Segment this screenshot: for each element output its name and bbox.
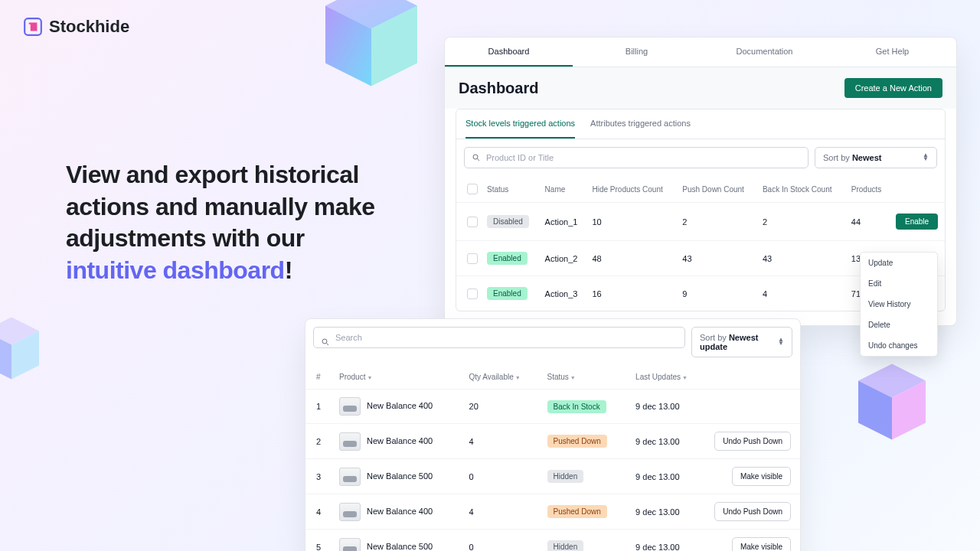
caret-down-icon: ▼ xyxy=(570,375,576,380)
product-thumb xyxy=(339,503,361,521)
cell-updated: 9 dec 13.00 xyxy=(629,424,708,459)
cell-index: 2 xyxy=(305,424,333,459)
sort-icon: ▲▼ xyxy=(923,154,929,161)
row-checkbox[interactable] xyxy=(467,253,478,264)
svg-line-13 xyxy=(327,344,329,346)
create-action-button[interactable]: Create a New Action xyxy=(844,78,942,98)
status-badge: Pushed Down xyxy=(547,435,607,448)
tab-billing[interactable]: Billing xyxy=(573,37,701,67)
tab-dashboard[interactable]: Dashboard xyxy=(445,37,573,67)
status-badge: Enabled xyxy=(487,287,528,300)
cell-updated: 9 dec 13.00 xyxy=(629,494,708,530)
caret-down-icon: ▼ xyxy=(682,375,688,380)
product-thumb xyxy=(339,538,361,552)
cube-decoration-top xyxy=(314,0,429,92)
col-back: Back In Stock Count xyxy=(758,176,847,203)
status-badge: Hidden xyxy=(547,470,584,483)
row-action-button[interactable]: Undo Push Down xyxy=(714,432,791,451)
cell-hide: 48 xyxy=(588,241,678,276)
cell-index: 1 xyxy=(305,390,333,424)
sort-icon: ▲▼ xyxy=(778,338,784,346)
dropdown-item-delete[interactable]: Delete xyxy=(861,315,937,335)
svg-point-12 xyxy=(322,339,327,344)
products-card: Sort by Newest update ▲▼ # Product▼ Qty … xyxy=(305,318,801,551)
status-badge: Enabled xyxy=(487,252,528,265)
cube-decoration-left xyxy=(0,314,46,383)
cell-updated: 9 dec 13.00 xyxy=(629,390,708,424)
subtab-stock-levels[interactable]: Stock levels triggered actions xyxy=(466,109,575,139)
cell-product: New Balance 500 xyxy=(333,530,463,552)
brand-name: Stockhide xyxy=(49,17,129,37)
status-badge: Disabled xyxy=(487,215,529,228)
cell-hide: 10 xyxy=(588,203,678,241)
cell-index: 5 xyxy=(305,530,333,552)
svg-point-10 xyxy=(473,155,478,159)
svg-line-11 xyxy=(478,159,480,161)
table-row: 3New Balance 5000Hidden9 dec 13.00Make v… xyxy=(305,459,800,494)
col-hide: Hide Products Count xyxy=(588,176,678,203)
row-action-button[interactable]: Make visible xyxy=(732,467,791,486)
tab-documentation[interactable]: Documentation xyxy=(701,37,828,67)
products-sort-select[interactable]: Sort by Newest update ▲▼ xyxy=(691,327,792,357)
cell-index: 3 xyxy=(305,459,333,494)
select-all-checkbox[interactable] xyxy=(467,184,478,194)
cell-product: New Balance 500 xyxy=(333,459,463,494)
dropdown-item-undo-changes[interactable]: Undo changes xyxy=(861,335,937,356)
search-icon xyxy=(472,153,481,162)
cell-product: New Balance 400 xyxy=(333,390,463,424)
cell-name: Action_2 xyxy=(541,241,588,276)
cell-name: Action_1 xyxy=(541,203,588,241)
status-badge: Hidden xyxy=(547,540,584,551)
col-push: Push Down Count xyxy=(678,176,758,203)
table-row: 2New Balance 4004Pushed Down9 dec 13.00U… xyxy=(305,424,800,459)
cell-qty: 4 xyxy=(463,424,541,459)
dropdown-item-edit[interactable]: Edit xyxy=(861,273,937,294)
status-badge: Pushed Down xyxy=(547,505,607,518)
dashboard-card: Dashboard Billing Documentation Get Help… xyxy=(444,37,957,326)
cell-updated: 9 dec 13.00 xyxy=(629,459,708,494)
dropdown-item-view-history[interactable]: View History xyxy=(861,294,937,315)
cell-push: 43 xyxy=(678,241,758,276)
subtab-attributes[interactable]: Attributes triggered actions xyxy=(590,109,691,139)
row-actions-dropdown: UpdateEditView HistoryDeleteUndo changes xyxy=(860,252,938,357)
page-title: Dashboard xyxy=(459,80,538,97)
enable-button[interactable]: Enable xyxy=(896,214,938,230)
cell-name: Action_3 xyxy=(541,276,588,311)
tab-get-help[interactable]: Get Help xyxy=(828,37,956,67)
dropdown-item-update[interactable]: Update xyxy=(861,253,937,273)
cell-push: 2 xyxy=(678,203,758,241)
cell-updated: 9 dec 13.00 xyxy=(629,530,708,552)
hero-text: View and export historical actions and m… xyxy=(66,159,387,286)
col-name: Name xyxy=(541,176,588,203)
sort-select[interactable]: Sort by Newest ▲▼ xyxy=(815,147,937,168)
cell-back: 2 xyxy=(758,203,847,241)
cell-qty: 4 xyxy=(463,494,541,530)
search-input[interactable] xyxy=(464,147,808,168)
product-thumb xyxy=(339,468,361,486)
col-status[interactable]: Status▼ xyxy=(541,365,630,390)
col-product[interactable]: Product▼ xyxy=(333,365,463,390)
col-updates[interactable]: Last Updates▼ xyxy=(629,365,708,390)
cube-decoration-right xyxy=(850,360,934,444)
table-row: 5New Balance 5000Hidden9 dec 13.00Make v… xyxy=(305,530,800,552)
products-table: # Product▼ Qty Available▼ Status▼ Last U… xyxy=(305,365,800,551)
row-checkbox[interactable] xyxy=(467,217,478,227)
logo-icon xyxy=(23,17,43,37)
cell-index: 4 xyxy=(305,494,333,530)
col-index: # xyxy=(305,365,333,390)
cell-back: 43 xyxy=(758,241,847,276)
col-qty[interactable]: Qty Available▼ xyxy=(463,365,541,390)
cell-product: New Balance 400 xyxy=(333,424,463,459)
row-checkbox[interactable] xyxy=(467,289,478,299)
status-badge: Back In Stock xyxy=(547,400,606,413)
cell-back: 4 xyxy=(758,276,847,311)
cell-hide: 16 xyxy=(588,276,678,311)
row-action-button[interactable]: Make visible xyxy=(732,537,791,551)
table-row: 4New Balance 4004Pushed Down9 dec 13.00U… xyxy=(305,494,800,530)
table-row: 1New Balance 40020Back In Stock9 dec 13.… xyxy=(305,390,800,424)
cell-push: 9 xyxy=(678,276,758,311)
cell-product: New Balance 400 xyxy=(333,494,463,530)
row-action-button[interactable]: Undo Push Down xyxy=(714,502,791,521)
products-search-input[interactable] xyxy=(313,327,685,348)
col-products: Products xyxy=(847,176,891,203)
